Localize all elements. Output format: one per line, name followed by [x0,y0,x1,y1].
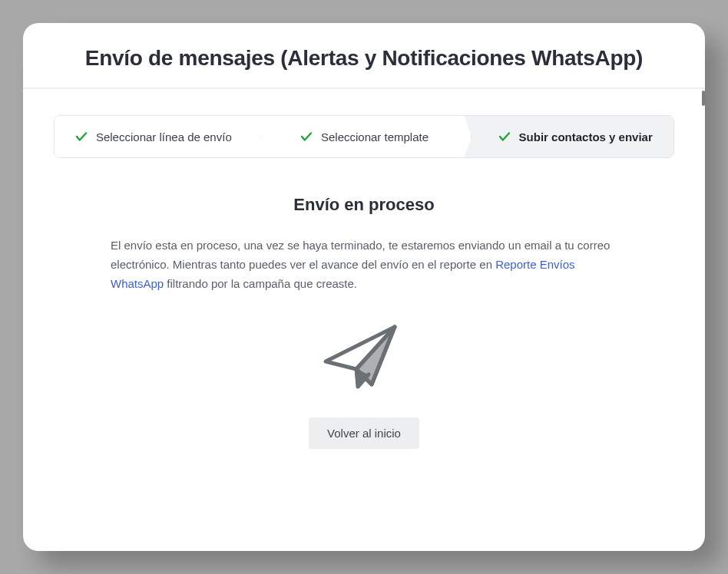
check-icon [498,130,511,144]
scrollbar[interactable] [702,91,705,106]
step-label: Subir contactos y enviar [519,130,653,144]
step-upload-send[interactable]: Subir contactos y enviar [462,116,673,157]
check-icon [74,130,88,144]
card-header: Envío de mensajes (Alertas y Notificacio… [23,23,705,89]
step-select-line[interactable]: Seleccionar línea de envío [55,116,252,157]
step-indicator: Seleccionar línea de envío Seleccionar t… [54,115,674,158]
status-title: Envío en proceso [293,195,434,215]
status-description: El envío esta en proceso, una vez se hay… [111,236,617,293]
status-desc-post: filtrando por la campaña que creaste. [164,277,357,290]
check-icon [299,130,313,144]
step-select-template[interactable]: Seleccionar template [252,116,463,157]
paper-plane-icon [318,319,410,396]
modal-card: Envío de mensajes (Alertas y Notificacio… [23,23,705,551]
back-to-start-button[interactable]: Volver al inicio [309,417,419,449]
step-label: Seleccionar template [321,130,429,144]
card-body: Seleccionar línea de envío Seleccionar t… [23,89,705,551]
page-title: Envío de mensajes (Alertas y Notificacio… [54,46,674,71]
step-label: Seleccionar línea de envío [96,130,232,144]
